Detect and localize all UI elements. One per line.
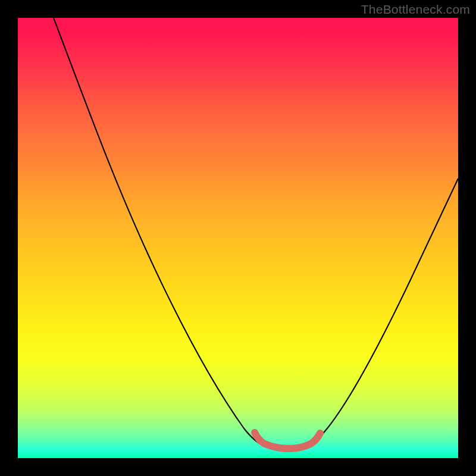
bottleneck-curve: [54, 18, 458, 449]
chart-frame: TheBottleneck.com: [0, 0, 476, 476]
valley-bump: [255, 433, 320, 449]
curve-svg: [18, 18, 458, 458]
watermark-text: TheBottleneck.com: [361, 2, 470, 17]
plot-area: [18, 18, 458, 458]
